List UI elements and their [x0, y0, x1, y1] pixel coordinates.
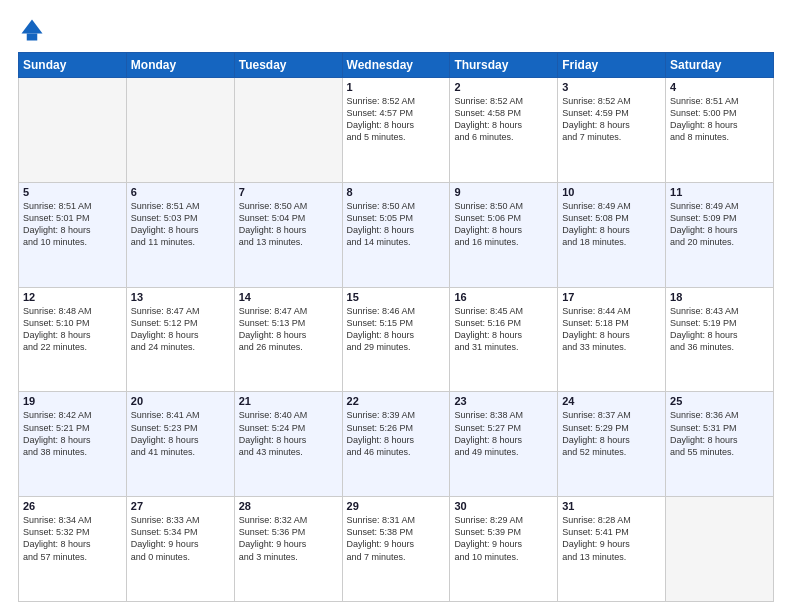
calendar-cell: 4Sunrise: 8:51 AM Sunset: 5:00 PM Daylig…: [666, 78, 774, 183]
day-number: 13: [131, 291, 230, 303]
calendar-week-row: 1Sunrise: 8:52 AM Sunset: 4:57 PM Daylig…: [19, 78, 774, 183]
day-info: Sunrise: 8:52 AM Sunset: 4:58 PM Dayligh…: [454, 95, 553, 144]
weekday-header: Wednesday: [342, 53, 450, 78]
calendar-cell: 26Sunrise: 8:34 AM Sunset: 5:32 PM Dayli…: [19, 497, 127, 602]
day-info: Sunrise: 8:45 AM Sunset: 5:16 PM Dayligh…: [454, 305, 553, 354]
day-info: Sunrise: 8:47 AM Sunset: 5:12 PM Dayligh…: [131, 305, 230, 354]
day-number: 20: [131, 395, 230, 407]
day-number: 17: [562, 291, 661, 303]
weekday-header: Sunday: [19, 53, 127, 78]
day-info: Sunrise: 8:34 AM Sunset: 5:32 PM Dayligh…: [23, 514, 122, 563]
day-info: Sunrise: 8:50 AM Sunset: 5:06 PM Dayligh…: [454, 200, 553, 249]
calendar-cell: 29Sunrise: 8:31 AM Sunset: 5:38 PM Dayli…: [342, 497, 450, 602]
calendar-cell: 28Sunrise: 8:32 AM Sunset: 5:36 PM Dayli…: [234, 497, 342, 602]
day-info: Sunrise: 8:43 AM Sunset: 5:19 PM Dayligh…: [670, 305, 769, 354]
day-info: Sunrise: 8:28 AM Sunset: 5:41 PM Dayligh…: [562, 514, 661, 563]
calendar-cell: [126, 78, 234, 183]
calendar-cell: 18Sunrise: 8:43 AM Sunset: 5:19 PM Dayli…: [666, 287, 774, 392]
day-number: 2: [454, 81, 553, 93]
day-number: 25: [670, 395, 769, 407]
day-info: Sunrise: 8:51 AM Sunset: 5:03 PM Dayligh…: [131, 200, 230, 249]
calendar-cell: 17Sunrise: 8:44 AM Sunset: 5:18 PM Dayli…: [558, 287, 666, 392]
day-number: 16: [454, 291, 553, 303]
weekday-header: Tuesday: [234, 53, 342, 78]
day-number: 5: [23, 186, 122, 198]
day-info: Sunrise: 8:51 AM Sunset: 5:00 PM Dayligh…: [670, 95, 769, 144]
day-info: Sunrise: 8:39 AM Sunset: 5:26 PM Dayligh…: [347, 409, 446, 458]
day-number: 11: [670, 186, 769, 198]
calendar-cell: 22Sunrise: 8:39 AM Sunset: 5:26 PM Dayli…: [342, 392, 450, 497]
calendar-cell: [19, 78, 127, 183]
day-number: 18: [670, 291, 769, 303]
day-info: Sunrise: 8:31 AM Sunset: 5:38 PM Dayligh…: [347, 514, 446, 563]
calendar-cell: 19Sunrise: 8:42 AM Sunset: 5:21 PM Dayli…: [19, 392, 127, 497]
day-number: 3: [562, 81, 661, 93]
day-info: Sunrise: 8:50 AM Sunset: 5:05 PM Dayligh…: [347, 200, 446, 249]
day-info: Sunrise: 8:41 AM Sunset: 5:23 PM Dayligh…: [131, 409, 230, 458]
day-number: 24: [562, 395, 661, 407]
day-info: Sunrise: 8:51 AM Sunset: 5:01 PM Dayligh…: [23, 200, 122, 249]
day-info: Sunrise: 8:46 AM Sunset: 5:15 PM Dayligh…: [347, 305, 446, 354]
day-info: Sunrise: 8:42 AM Sunset: 5:21 PM Dayligh…: [23, 409, 122, 458]
day-number: 22: [347, 395, 446, 407]
logo-icon: [18, 16, 46, 44]
calendar-cell: 1Sunrise: 8:52 AM Sunset: 4:57 PM Daylig…: [342, 78, 450, 183]
day-number: 7: [239, 186, 338, 198]
calendar-cell: 24Sunrise: 8:37 AM Sunset: 5:29 PM Dayli…: [558, 392, 666, 497]
calendar-cell: 2Sunrise: 8:52 AM Sunset: 4:58 PM Daylig…: [450, 78, 558, 183]
day-info: Sunrise: 8:50 AM Sunset: 5:04 PM Dayligh…: [239, 200, 338, 249]
weekday-header: Monday: [126, 53, 234, 78]
calendar-cell: 16Sunrise: 8:45 AM Sunset: 5:16 PM Dayli…: [450, 287, 558, 392]
weekday-header: Friday: [558, 53, 666, 78]
day-number: 29: [347, 500, 446, 512]
calendar-cell: 21Sunrise: 8:40 AM Sunset: 5:24 PM Dayli…: [234, 392, 342, 497]
day-number: 19: [23, 395, 122, 407]
weekday-header: Saturday: [666, 53, 774, 78]
day-info: Sunrise: 8:37 AM Sunset: 5:29 PM Dayligh…: [562, 409, 661, 458]
day-number: 21: [239, 395, 338, 407]
calendar-cell: 9Sunrise: 8:50 AM Sunset: 5:06 PM Daylig…: [450, 182, 558, 287]
calendar-cell: 3Sunrise: 8:52 AM Sunset: 4:59 PM Daylig…: [558, 78, 666, 183]
calendar-cell: 20Sunrise: 8:41 AM Sunset: 5:23 PM Dayli…: [126, 392, 234, 497]
day-number: 31: [562, 500, 661, 512]
day-info: Sunrise: 8:33 AM Sunset: 5:34 PM Dayligh…: [131, 514, 230, 563]
calendar-week-row: 5Sunrise: 8:51 AM Sunset: 5:01 PM Daylig…: [19, 182, 774, 287]
weekday-header: Thursday: [450, 53, 558, 78]
calendar-cell: 6Sunrise: 8:51 AM Sunset: 5:03 PM Daylig…: [126, 182, 234, 287]
day-info: Sunrise: 8:52 AM Sunset: 4:57 PM Dayligh…: [347, 95, 446, 144]
day-number: 27: [131, 500, 230, 512]
day-number: 26: [23, 500, 122, 512]
calendar-cell: 11Sunrise: 8:49 AM Sunset: 5:09 PM Dayli…: [666, 182, 774, 287]
day-info: Sunrise: 8:29 AM Sunset: 5:39 PM Dayligh…: [454, 514, 553, 563]
page: SundayMondayTuesdayWednesdayThursdayFrid…: [0, 0, 792, 612]
weekday-header-row: SundayMondayTuesdayWednesdayThursdayFrid…: [19, 53, 774, 78]
day-info: Sunrise: 8:38 AM Sunset: 5:27 PM Dayligh…: [454, 409, 553, 458]
calendar-week-row: 12Sunrise: 8:48 AM Sunset: 5:10 PM Dayli…: [19, 287, 774, 392]
calendar: SundayMondayTuesdayWednesdayThursdayFrid…: [18, 52, 774, 602]
day-number: 23: [454, 395, 553, 407]
calendar-cell: 5Sunrise: 8:51 AM Sunset: 5:01 PM Daylig…: [19, 182, 127, 287]
calendar-cell: 25Sunrise: 8:36 AM Sunset: 5:31 PM Dayli…: [666, 392, 774, 497]
day-info: Sunrise: 8:52 AM Sunset: 4:59 PM Dayligh…: [562, 95, 661, 144]
calendar-cell: [666, 497, 774, 602]
day-number: 12: [23, 291, 122, 303]
svg-marker-0: [22, 20, 43, 34]
calendar-cell: 27Sunrise: 8:33 AM Sunset: 5:34 PM Dayli…: [126, 497, 234, 602]
day-number: 10: [562, 186, 661, 198]
day-number: 9: [454, 186, 553, 198]
calendar-cell: 12Sunrise: 8:48 AM Sunset: 5:10 PM Dayli…: [19, 287, 127, 392]
day-number: 15: [347, 291, 446, 303]
logo: [18, 16, 50, 44]
calendar-cell: 15Sunrise: 8:46 AM Sunset: 5:15 PM Dayli…: [342, 287, 450, 392]
day-number: 14: [239, 291, 338, 303]
calendar-cell: 10Sunrise: 8:49 AM Sunset: 5:08 PM Dayli…: [558, 182, 666, 287]
day-number: 30: [454, 500, 553, 512]
day-number: 28: [239, 500, 338, 512]
day-number: 8: [347, 186, 446, 198]
day-info: Sunrise: 8:44 AM Sunset: 5:18 PM Dayligh…: [562, 305, 661, 354]
calendar-week-row: 19Sunrise: 8:42 AM Sunset: 5:21 PM Dayli…: [19, 392, 774, 497]
calendar-cell: 23Sunrise: 8:38 AM Sunset: 5:27 PM Dayli…: [450, 392, 558, 497]
calendar-cell: 13Sunrise: 8:47 AM Sunset: 5:12 PM Dayli…: [126, 287, 234, 392]
day-info: Sunrise: 8:40 AM Sunset: 5:24 PM Dayligh…: [239, 409, 338, 458]
calendar-cell: 31Sunrise: 8:28 AM Sunset: 5:41 PM Dayli…: [558, 497, 666, 602]
